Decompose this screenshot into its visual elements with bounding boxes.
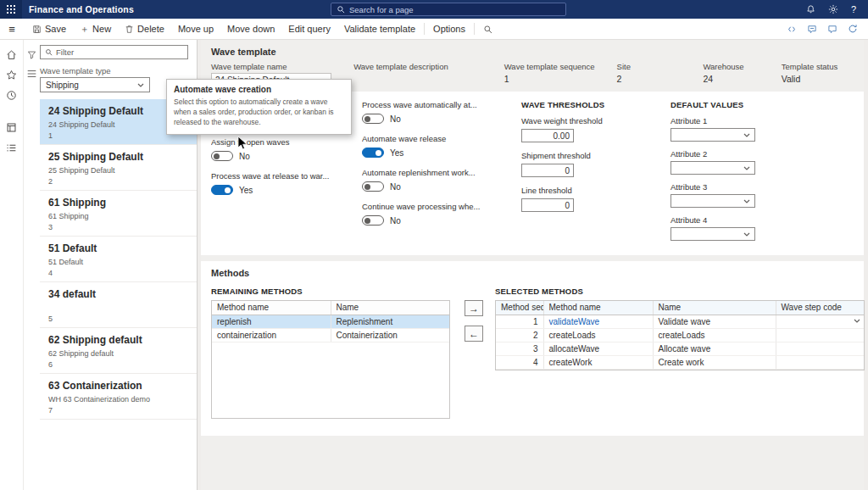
column-header[interactable]: Name	[331, 301, 449, 315]
options-button[interactable]: Options	[426, 19, 472, 39]
save-icon	[32, 25, 42, 34]
list-item-title: 62 Shipping default	[48, 334, 188, 346]
list-item-sequence: 4	[48, 269, 188, 277]
topbar-search-input[interactable]	[349, 5, 560, 14]
table-row[interactable]: 1 validateWave Validate wave	[496, 315, 864, 328]
attribute-4-dropdown[interactable]	[670, 227, 755, 241]
topbar-search[interactable]	[331, 3, 566, 16]
feedback-bubble-icon[interactable]	[807, 25, 817, 34]
list-item[interactable]: 63 Containerization WH 63 Containerizati…	[40, 374, 197, 420]
column-header[interactable]: Wave step code	[776, 301, 864, 315]
attribute-2-dropdown[interactable]	[670, 161, 755, 175]
filter-funnel-icon[interactable]	[25, 48, 39, 60]
list-item-subtitle: 61 Shipping	[48, 212, 188, 221]
attribute-1-dropdown[interactable]	[670, 128, 755, 142]
toggle-switch[interactable]	[362, 148, 384, 158]
list-item[interactable]: 62 Shipping default 62 Shipping default …	[40, 328, 197, 374]
save-button[interactable]: Save	[25, 19, 73, 39]
list-item-subtitle: 51 Default	[48, 258, 188, 267]
app-launcher-button[interactable]	[0, 0, 22, 19]
field-site: Site 2	[617, 62, 682, 86]
recent-clock-icon[interactable]	[3, 87, 21, 103]
attribute-4-field: Attribute 4	[670, 215, 798, 241]
toggle-switch[interactable]	[362, 114, 384, 124]
list-item[interactable]: 51 Default 51 Default 4	[40, 237, 197, 282]
site-value[interactable]: 2	[617, 74, 682, 86]
nav-hamburger-icon[interactable]: ≡	[0, 19, 24, 40]
refresh-icon[interactable]	[848, 24, 858, 34]
list-item[interactable]: 25 Shipping Default 25 Shipping Default …	[40, 145, 197, 191]
field-wave-template-description: Wave template description	[353, 62, 482, 86]
list-item-sequence: 5	[48, 315, 188, 323]
add-method-button[interactable]: →	[465, 300, 483, 316]
toggle-switch[interactable]	[211, 151, 233, 161]
remaining-methods-table: Method name Name replenish Replenishment	[211, 300, 450, 419]
settings-gear-icon[interactable]	[828, 4, 838, 14]
column-header[interactable]: Name	[653, 301, 776, 315]
action-bar: ≡ Save ＋ New Delete Move up Move down Ed…	[0, 19, 868, 40]
chevron-down-icon[interactable]	[854, 319, 860, 323]
toggle-switch[interactable]	[362, 215, 384, 226]
arrow-right-icon: →	[469, 303, 479, 314]
validate-template-button[interactable]: Validate template	[337, 19, 422, 39]
wave-thresholds-title: WAVE THRESHOLDS	[521, 100, 648, 109]
save-label: Save	[45, 24, 66, 34]
list-view-icon[interactable]	[25, 68, 39, 80]
table-row[interactable]: containerization Containerization	[212, 328, 449, 342]
column-header[interactable]: Method sequ...	[496, 301, 543, 315]
list-item-sequence: 2	[48, 177, 188, 186]
column-header[interactable]: Method name	[212, 301, 331, 315]
selected-methods-block: SELECTED METHODS Method sequ... Method n…	[495, 287, 865, 370]
modules-list-icon[interactable]	[3, 140, 21, 155]
wave-template-description-value[interactable]	[353, 74, 482, 86]
wave-template-sequence-value[interactable]: 1	[504, 74, 595, 86]
wave-template-type-select[interactable]: Shipping	[40, 77, 150, 92]
wave-weight-threshold-input[interactable]	[521, 129, 574, 142]
methods-section-title[interactable]: Methods	[211, 268, 854, 278]
edit-query-button[interactable]: Edit query	[281, 19, 337, 39]
delete-button[interactable]: Delete	[118, 19, 171, 39]
attribute-3-dropdown[interactable]	[670, 194, 755, 208]
app-window: Finance and Operations ? ≡ Save ＋ New	[0, 0, 868, 490]
workspaces-icon[interactable]	[3, 120, 21, 135]
toggles-column-middle: Process wave automatically at... No Auto…	[362, 100, 499, 248]
list-item-title: 25 Shipping Default	[48, 151, 188, 163]
list-item-title: 51 Default	[48, 242, 188, 254]
move-up-button[interactable]: Move up	[171, 19, 220, 39]
notifications-bell-icon[interactable]	[806, 4, 815, 14]
new-button[interactable]: ＋ New	[73, 19, 118, 39]
default-values-title: DEFAULT VALUES	[670, 100, 798, 109]
table-row[interactable]: 4 createWork Create work	[496, 355, 864, 369]
help-icon[interactable]: ?	[851, 4, 856, 14]
attribute-1-field: Attribute 1	[670, 116, 798, 142]
list-item-subtitle	[48, 303, 188, 313]
list-item[interactable]: 34 default 5	[40, 282, 197, 328]
wave-step-code-cell[interactable]	[776, 315, 864, 328]
move-down-button[interactable]: Move down	[220, 19, 281, 39]
toggle-field-process-wave-at-release: Process wave at release to war... Yes	[211, 171, 340, 195]
remove-method-button[interactable]: ←	[465, 326, 483, 342]
table-row[interactable]: 3 allocateWave Allocate wave	[496, 342, 864, 355]
field-wave-template-sequence: Wave template sequence 1	[504, 62, 595, 86]
top-navigation-bar: Finance and Operations ?	[0, 0, 868, 19]
methods-section: Methods REMAINING METHODS Method name Na…	[201, 261, 864, 436]
toggle-value: No	[239, 152, 250, 161]
expand-chevrons-icon[interactable]	[787, 25, 797, 34]
toggle-switch[interactable]	[362, 181, 384, 192]
message-bubble-icon[interactable]	[827, 25, 837, 34]
table-row[interactable]: replenish Replenishment	[212, 315, 449, 328]
shipment-threshold-input[interactable]	[521, 164, 574, 177]
quick-filter-input[interactable]	[56, 47, 183, 57]
warehouse-value[interactable]: 24	[703, 74, 759, 86]
search-icon	[483, 25, 492, 34]
list-item[interactable]: 61 Shipping 61 Shipping 3	[40, 191, 197, 237]
line-threshold-input[interactable]	[521, 198, 574, 212]
quick-filter[interactable]	[40, 45, 188, 59]
toggle-switch[interactable]	[211, 185, 233, 195]
column-header[interactable]: Method name	[543, 301, 653, 315]
table-row[interactable]: 2 createLoads createLoads	[496, 328, 864, 342]
actionbar-right-icons	[787, 24, 868, 34]
actionbar-search-button[interactable]	[476, 19, 499, 39]
favorites-star-icon[interactable]	[3, 67, 21, 82]
home-icon[interactable]	[3, 47, 21, 62]
